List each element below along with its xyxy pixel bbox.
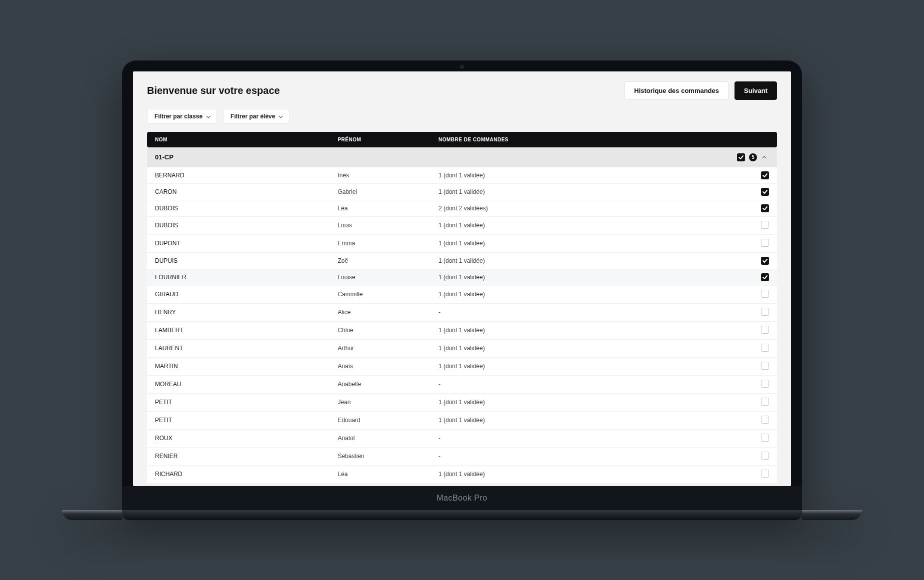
laptop-mockup: Bienvenue sur votre espace Historique de… xyxy=(122,60,802,520)
student-row[interactable]: MOREAU Anabelle - xyxy=(147,376,777,394)
cell-commandes: 2 (dont 2 validées) xyxy=(430,200,714,217)
cell-nom: RICHARD xyxy=(147,466,330,484)
laptop-hinge: MacBook Pro xyxy=(122,486,802,510)
student-row[interactable]: CARON Gabriel 1 (dont 1 validée) xyxy=(147,184,777,200)
cell-prenom: Jean xyxy=(330,394,430,412)
cell-nom: LAURENT xyxy=(147,340,330,358)
row-checkbox[interactable] xyxy=(761,416,769,424)
filter-class-dropdown[interactable]: Filtrer par classe xyxy=(147,109,217,124)
student-row[interactable]: LAMBERT Chloé 1 (dont 1 validée) xyxy=(147,322,777,340)
cell-nom: GIRAUD xyxy=(147,286,330,304)
cell-prenom: Sebastien xyxy=(330,448,430,466)
student-row[interactable]: RICHARD Léa 1 (dont 1 validée) xyxy=(147,466,777,484)
filters: Filtrer par classe Filtrer par élève xyxy=(147,109,777,124)
cell-prenom: Gabriel xyxy=(330,184,430,200)
cell-nom: MOREAU xyxy=(147,376,330,394)
student-row[interactable]: LAURENT Arthur 1 (dont 1 validée) xyxy=(147,340,777,358)
row-checkbox[interactable] xyxy=(761,470,769,478)
cell-prenom: Louis xyxy=(330,217,430,235)
student-row[interactable]: RENIER Sebastien - xyxy=(147,448,777,466)
camera-dot xyxy=(460,64,464,69)
cell-nom: DUBOIS xyxy=(147,217,330,235)
cell-nom: MARTIN xyxy=(147,358,330,376)
cell-commandes: 1 (dont 1 validée) xyxy=(430,412,714,430)
cell-nom: DUPONT xyxy=(147,235,330,253)
student-row[interactable]: DUBOIS Léa 2 (dont 2 validées) xyxy=(147,200,777,217)
cell-commandes: 1 (dont 1 validée) xyxy=(430,466,714,484)
row-checkbox[interactable] xyxy=(761,452,769,460)
row-checkbox[interactable] xyxy=(761,326,769,334)
row-checkbox[interactable] xyxy=(761,204,769,212)
collapse-button[interactable] xyxy=(761,153,769,161)
laptop-base xyxy=(122,510,802,520)
cell-prenom: Zoë xyxy=(330,253,430,269)
row-checkbox[interactable] xyxy=(761,308,769,316)
group-checkbox[interactable] xyxy=(737,153,745,161)
cell-prenom: Emma xyxy=(330,235,430,253)
group-row[interactable]: 01-CP 5 xyxy=(147,147,777,167)
row-checkbox[interactable] xyxy=(761,221,769,229)
filter-class-label: Filtrer par classe xyxy=(154,113,202,120)
chevron-down-icon xyxy=(279,114,283,118)
cell-commandes: 1 (dont 1 validée) xyxy=(430,322,714,340)
group-count-badge: 5 xyxy=(749,153,757,161)
cell-prenom: Anatol xyxy=(330,430,430,448)
cell-nom: BERNARD xyxy=(147,167,330,184)
cell-nom: FOURNIER xyxy=(147,269,330,286)
row-checkbox[interactable] xyxy=(761,398,769,406)
col-nom: NOM xyxy=(147,132,330,147)
cell-prenom: Léa xyxy=(330,200,430,217)
row-checkbox[interactable] xyxy=(761,380,769,388)
cell-commandes: - xyxy=(430,376,714,394)
student-row[interactable]: DUBOIS Louis 1 (dont 1 validée) xyxy=(147,217,777,235)
history-button[interactable]: Historique des commandes xyxy=(624,81,728,100)
cell-commandes: 1 (dont 1 validée) xyxy=(430,235,714,253)
cell-prenom: Chloé xyxy=(330,322,430,340)
row-checkbox[interactable] xyxy=(761,239,769,247)
cell-commandes: 1 (dont 1 validée) xyxy=(430,340,714,358)
student-row[interactable]: DUPUIS Zoë 1 (dont 1 validée) xyxy=(147,253,777,269)
filter-student-label: Filtrer par élève xyxy=(230,113,275,120)
table-header: NOM PRÉNOM NOMBRE DE COMMANDES xyxy=(147,132,777,147)
row-checkbox[interactable] xyxy=(761,362,769,370)
cell-nom: DUPUIS xyxy=(147,253,330,269)
app: Bienvenue sur votre espace Historique de… xyxy=(133,71,791,486)
student-row[interactable]: PETIT Edouard 1 (dont 1 validée) xyxy=(147,412,777,430)
cell-commandes: - xyxy=(430,304,714,322)
row-checkbox[interactable] xyxy=(761,290,769,298)
cell-commandes: 1 (dont 1 validée) xyxy=(430,394,714,412)
header-actions: Historique des commandes Suivant xyxy=(624,81,777,100)
col-checkbox xyxy=(714,132,777,147)
cell-nom: ROUX xyxy=(147,430,330,448)
screen-frame: Bienvenue sur votre espace Historique de… xyxy=(122,60,802,486)
cell-nom: LAMBERT xyxy=(147,322,330,340)
col-prenom: PRÉNOM xyxy=(330,132,430,147)
student-row[interactable]: PETIT Jean 1 (dont 1 validée) xyxy=(147,394,777,412)
student-row[interactable]: DUPONT Emma 1 (dont 1 validée) xyxy=(147,235,777,253)
row-checkbox[interactable] xyxy=(761,188,769,196)
row-checkbox[interactable] xyxy=(761,171,769,179)
student-row[interactable]: GIRAUD Cammille 1 (dont 1 validée) xyxy=(147,286,777,304)
row-checkbox[interactable] xyxy=(761,273,769,281)
next-button[interactable]: Suivant xyxy=(734,81,777,100)
student-row[interactable]: MARTIN Anaïs 1 (dont 1 validée) xyxy=(147,358,777,376)
student-row[interactable]: HENRY Alice - xyxy=(147,304,777,322)
cell-commandes: 1 (dont 1 validée) xyxy=(430,253,714,269)
student-row[interactable]: BERNARD Inès 1 (dont 1 validée) xyxy=(147,167,777,184)
cell-nom: HENRY xyxy=(147,304,330,322)
students-table: NOM PRÉNOM NOMBRE DE COMMANDES 01-CP 5 B… xyxy=(147,132,777,484)
chevron-down-icon xyxy=(206,114,210,118)
row-checkbox[interactable] xyxy=(761,344,769,352)
device-label: MacBook Pro xyxy=(436,494,488,503)
row-checkbox[interactable] xyxy=(761,434,769,442)
cell-prenom: Edouard xyxy=(330,412,430,430)
cell-nom: PETIT xyxy=(147,412,330,430)
student-row[interactable]: ROUX Anatol - xyxy=(147,430,777,448)
cell-commandes: 1 (dont 1 validée) xyxy=(430,286,714,304)
row-checkbox[interactable] xyxy=(761,257,769,265)
student-row[interactable]: FOURNIER Louise 1 (dont 1 validée) xyxy=(147,269,777,286)
chevron-up-icon xyxy=(762,156,766,160)
col-commandes: NOMBRE DE COMMANDES xyxy=(430,132,714,147)
filter-student-dropdown[interactable]: Filtrer par élève xyxy=(223,109,290,124)
cell-prenom: Cammille xyxy=(330,286,430,304)
